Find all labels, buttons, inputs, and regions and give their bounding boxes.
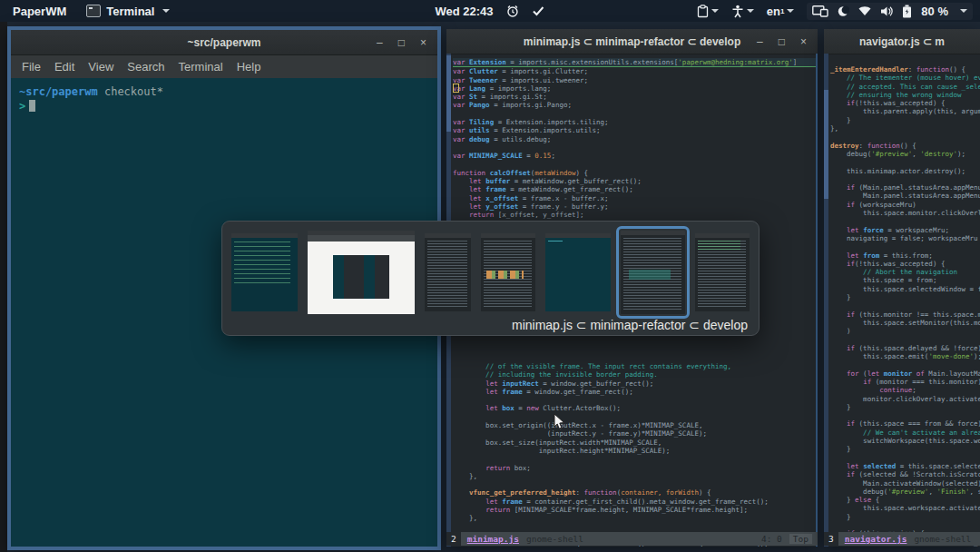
clock-button[interactable]: Wed 22:43 (435, 5, 493, 18)
thumbnail-content (545, 238, 611, 311)
thumbnail-content (425, 238, 471, 311)
menu-file[interactable]: File (22, 60, 41, 74)
menu-view[interactable]: View (88, 60, 113, 74)
volume-icon (880, 5, 893, 17)
battery-percent-label: 80 % (921, 5, 948, 18)
terminal-prompt: > (19, 100, 25, 113)
switcher-thumbnail-code[interactable] (425, 233, 471, 311)
display-icon (812, 5, 828, 17)
window-number-badge: 2 (446, 532, 461, 546)
switcher-thumbnail-terminal-empty[interactable] (545, 233, 611, 311)
switcher-thumbnail-code-selected[interactable] (621, 231, 685, 314)
chevron-down-icon (162, 9, 170, 13)
modeline-scroll: Top (789, 534, 812, 544)
wifi-icon (858, 5, 871, 16)
switcher-thumbnail-code-comments[interactable] (695, 233, 750, 311)
window-number-badge: 3 (824, 532, 838, 546)
keyboard-layout-button[interactable]: en1 (767, 5, 795, 18)
mouse-cursor (554, 413, 566, 435)
accessibility-button[interactable] (731, 5, 754, 18)
editor-modeline: 2 minimap.js gnome-shell 4: 0 Top (446, 532, 818, 546)
switcher-thumbnail-terminal-text[interactable] (231, 233, 298, 311)
switcher-selected-label: minimap.js ⊂ minimap-refactor ⊂ develop (512, 318, 748, 332)
editor-modeline: 3 navigator.js gnome-shell (824, 532, 980, 546)
close-button[interactable]: × (420, 36, 426, 49)
desktop-edge (0, 22, 7, 552)
terminal-menubar: File Edit View Search Terminal Help (11, 55, 437, 78)
editor-window-navigator: navigator.js ⊂ m _itemEnteredHandler: fu… (824, 29, 980, 547)
menu-search[interactable]: Search (127, 60, 164, 74)
terminal-titlebar[interactable]: ~src/paperwm – □ × (11, 30, 437, 55)
check-icon[interactable] (533, 5, 545, 16)
chevron-down-icon (711, 9, 719, 13)
scrollbar[interactable] (824, 54, 828, 547)
app-menu-button[interactable]: Terminal (106, 5, 154, 18)
code-area[interactable]: _itemEnteredHandler: function() { // The… (830, 65, 978, 547)
switcher-thumbnail-code-media[interactable] (481, 233, 535, 311)
code-area-bottom[interactable]: // of the visible frame. The input rect … (453, 362, 816, 547)
maximize-button[interactable]: □ (398, 36, 405, 49)
switcher-thumbnail-browser[interactable] (308, 231, 415, 314)
window-switcher-popup: minimap.js ⊂ minimap-refactor ⊂ develop (221, 221, 760, 336)
editor-cursor (453, 84, 459, 93)
modeline-filename: minimap.js (467, 534, 519, 544)
chevron-down-icon (747, 9, 754, 13)
terminal-app-icon (86, 5, 101, 17)
window-thumbnail-row (231, 231, 750, 314)
window-edge (816, 54, 818, 547)
terminal-window-title: ~src/paperwm (187, 36, 260, 49)
battery-icon (902, 5, 912, 18)
modeline-project: gnome-shell (526, 534, 583, 544)
clipboard-button[interactable] (697, 5, 719, 18)
minimize-button[interactable]: – (377, 36, 383, 49)
night-light-moon-icon (838, 5, 849, 17)
terminal-cursor (29, 100, 35, 112)
code-area-top[interactable]: var Extension = imports.misc.extensionUt… (453, 58, 816, 228)
thumbnail-content (231, 238, 298, 311)
terminal-content[interactable]: ~src/paperwm checkout* > (11, 78, 437, 120)
chevron-down-icon (787, 9, 794, 13)
thumbnail-content (621, 235, 685, 314)
editor-window-title: minimap.js ⊂ minimap-refactor ⊂ develop (524, 35, 741, 48)
thumbnail-content (481, 238, 535, 311)
modeline-position: 4: 0 (761, 534, 782, 544)
minimize-button[interactable]: – (757, 35, 763, 48)
modeline-filename: navigator.js (845, 534, 907, 544)
top-bar: PaperWM Terminal Wed 22:43 en1 (0, 0, 980, 22)
thumbnail-content (695, 238, 750, 311)
terminal-branch: checkout* (98, 85, 163, 98)
editor-window-title: navigator.js ⊂ m (859, 35, 945, 48)
maximize-button[interactable]: □ (779, 35, 785, 48)
menu-help[interactable]: Help (237, 60, 261, 74)
alarm-icon[interactable] (506, 5, 520, 18)
close-button[interactable]: × (800, 35, 807, 48)
editor-titlebar[interactable]: minimap.js ⊂ minimap-refactor ⊂ develop … (446, 29, 818, 54)
menu-edit[interactable]: Edit (54, 60, 74, 74)
system-status-button[interactable]: 80 % (807, 3, 973, 20)
menu-terminal[interactable]: Terminal (179, 60, 223, 74)
activities-button[interactable]: PaperWM (13, 5, 81, 18)
modeline-project: gnome-shell (914, 534, 971, 544)
chevron-down-icon (960, 9, 967, 13)
terminal-cwd: ~src/paperwm (19, 85, 98, 98)
editor-titlebar[interactable]: navigator.js ⊂ m (824, 29, 980, 54)
thumbnail-content (308, 235, 415, 314)
editor-buffer[interactable]: _itemEnteredHandler: function() { // The… (824, 54, 980, 547)
